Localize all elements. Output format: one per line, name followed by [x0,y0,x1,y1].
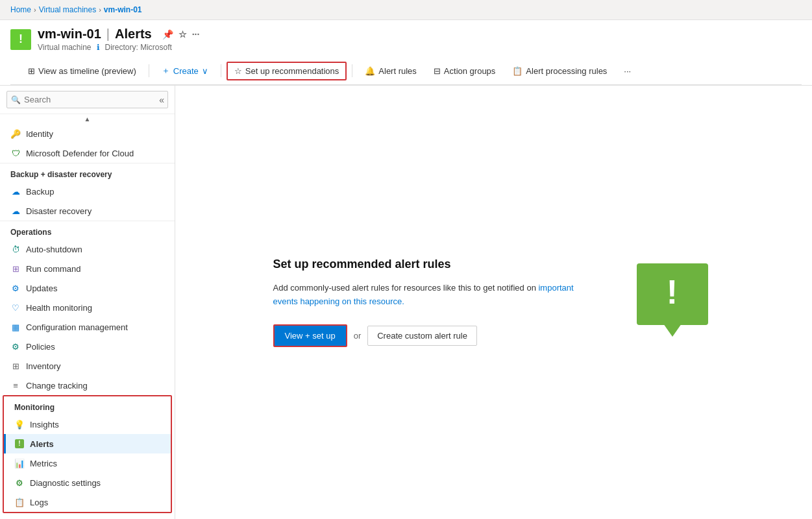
empty-state-title: Set up recommended alert rules [273,258,585,271]
view-timeline-label: View as timeline (preview) [38,66,136,76]
scroll-up-icon: ▲ [84,115,91,123]
search-input[interactable] [6,91,168,108]
more-icon[interactable]: ··· [192,29,200,40]
empty-state-actions: View + set up or Create custom alert rul… [273,324,585,347]
sidebar-item-diagnostic-settings[interactable]: ⚙ Diagnostic settings [4,473,171,492]
action-groups-icon: ⊟ [434,66,441,76]
alert-rules-label: Alert rules [378,66,417,76]
sidebar-item-disaster-recovery[interactable]: ☁ Disaster recovery [0,201,175,221]
breadcrumb-current: vm-win-01 [104,5,142,14]
set-up-recommendations-button[interactable]: ☆ Set up recommendations [227,62,347,80]
updates-icon: ⚙ [10,283,21,293]
alert-box: ! [637,263,708,325]
sidebar-item-updates-label: Updates [26,284,57,293]
change-tracking-icon: ≡ [10,380,21,391]
page-header: ! vm-win-01 | Alerts 📌 ☆ ··· Virtual mac… [0,20,812,86]
page-title-group: vm-win-01 | Alerts 📌 ☆ ··· Virtual machi… [38,27,199,52]
sidebar-item-insights[interactable]: 💡 Insights [4,415,171,434]
sidebar-item-diagnostic-settings-label: Diagnostic settings [30,478,101,488]
directory-label: Directory: Microsoft [105,43,172,52]
content-area: Set up recommended alert rules Add commo… [175,86,812,519]
resource-icon-excl: ! [19,32,23,46]
view-timeline-icon: ⊞ [28,66,35,76]
sidebar-section-monitoring-header: Monitoring [4,396,171,415]
defender-icon: 🛡 [10,148,21,158]
breadcrumb: Home › Virtual machines › vm-win-01 [0,0,812,20]
sidebar-item-change-tracking[interactable]: ≡ Change tracking [0,376,175,395]
sidebar-item-metrics-label: Metrics [30,459,57,468]
breadcrumb-home[interactable]: Home [10,5,31,14]
backup-icon: ☁ [10,186,21,197]
empty-state-notified-link[interactable]: important events happening on this resou… [273,283,574,306]
alert-rules-button[interactable]: 🔔 Alert rules [358,62,424,80]
pin-icon[interactable]: 📌 [162,29,173,40]
breadcrumb-vms[interactable]: Virtual machines [39,5,97,14]
toolbar-more-button[interactable]: ··· [617,62,638,80]
set-up-recommendations-label: Set up recommendations [245,66,339,76]
alerts-icon: ! [14,439,25,449]
resource-icon: ! [10,29,31,50]
sidebar-section-operations-header: Operations [0,221,175,239]
identity-icon: 🔑 [10,128,21,139]
sidebar-item-configuration-management-label: Configuration management [26,322,128,332]
directory-info-icon[interactable]: ℹ [97,43,100,52]
empty-state-text: Set up recommended alert rules Add commo… [273,258,585,347]
toolbar-sep-1 [149,64,149,77]
create-custom-alert-rule-button[interactable]: Create custom alert rule [367,326,477,346]
sidebar-item-auto-shutdown-label: Auto-shutdown [26,245,82,254]
empty-state: Set up recommended alert rules Add commo… [247,232,741,373]
alert-exclamation: ! [667,275,678,309]
sidebar-item-auto-shutdown[interactable]: ⏱ Auto-shutdown [0,239,175,259]
sidebar-item-configuration-management[interactable]: ▦ Configuration management [0,317,175,337]
alert-processing-rules-button[interactable]: 📋 Alert processing rules [505,62,614,80]
sidebar-collapse-icon[interactable]: « [159,95,164,105]
action-groups-button[interactable]: ⊟ Action groups [426,62,503,80]
set-up-star-icon: ☆ [234,66,242,76]
create-plus-icon: ＋ [162,65,170,77]
sidebar-item-policies-label: Policies [26,342,55,352]
run-command-icon: ⊞ [10,263,21,274]
toolbar-more-icon: ··· [624,66,631,76]
sidebar-item-alerts-label: Alerts [30,439,54,449]
diagnostic-settings-icon: ⚙ [14,477,25,488]
sidebar-item-health-monitoring[interactable]: ♡ Health monitoring [0,298,175,317]
sidebar-item-logs-label: Logs [30,498,48,507]
view-timeline-button[interactable]: ⊞ View as timeline (preview) [21,62,143,80]
create-chevron-icon: ∨ [202,66,208,76]
sidebar-section-monitoring: Monitoring 💡 Insights ! Alerts 📊 Metrics [3,395,172,513]
page-title: vm-win-01 | Alerts 📌 ☆ ··· [38,27,199,42]
sidebar-item-insights-label: Insights [30,420,59,429]
sidebar-item-alerts[interactable]: ! Alerts [4,434,171,453]
metrics-icon: 📊 [14,458,25,468]
create-button[interactable]: ＋ Create ∨ [154,61,215,80]
page-subtitle: Virtual machine ℹ Directory: Microsoft [38,43,199,52]
alert-rules-icon: 🔔 [365,66,375,76]
view-setup-button[interactable]: View + set up [273,324,347,347]
or-text: or [354,331,362,341]
resource-type: Virtual machine [38,43,92,52]
sidebar-item-run-command[interactable]: ⊞ Run command [0,259,175,278]
configuration-management-icon: ▦ [10,322,21,332]
alert-processing-rules-label: Alert processing rules [526,66,607,76]
sidebar-item-inventory[interactable]: ⊞ Inventory [0,356,175,376]
sidebar: 🔍 « ▲ 🔑 Identity 🛡 Microsoft Defender fo… [0,86,175,519]
sidebar-scroll-up[interactable]: ▲ [0,114,175,124]
sidebar-item-metrics[interactable]: 📊 Metrics [4,453,171,473]
alert-processing-icon: 📋 [512,66,523,76]
breadcrumb-sep-2: › [99,6,101,14]
sidebar-item-identity[interactable]: 🔑 Identity [0,124,175,143]
sidebar-item-updates[interactable]: ⚙ Updates [0,278,175,298]
sidebar-item-defender-label: Microsoft Defender for Cloud [26,149,134,158]
sidebar-item-backup[interactable]: ☁ Backup [0,182,175,201]
sidebar-item-defender[interactable]: 🛡 Microsoft Defender for Cloud [0,143,175,163]
disaster-recovery-icon: ☁ [10,206,21,216]
title-divider: | [106,27,110,42]
alert-illustration: ! [637,263,715,341]
main-layout: 🔍 « ▲ 🔑 Identity 🛡 Microsoft Defender fo… [0,86,812,519]
toolbar-sep-2 [221,64,221,77]
sidebar-item-logs[interactable]: 📋 Logs [4,492,171,512]
sidebar-item-policies[interactable]: ⚙ Policies [0,337,175,356]
star-icon[interactable]: ☆ [178,29,187,40]
sidebar-item-backup-label: Backup [26,187,54,197]
empty-state-description: Add commonly-used alert rules for resour… [273,282,585,309]
